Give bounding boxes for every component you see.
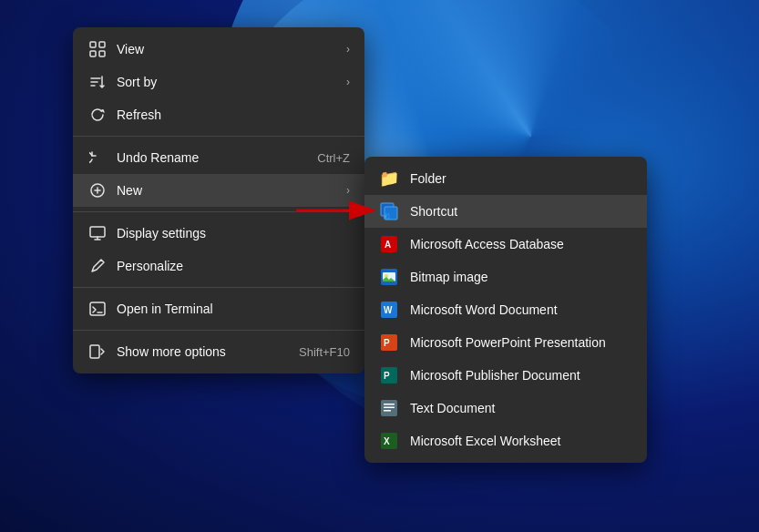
text-label: Text Document [410,401,632,415]
text-icon [379,398,399,418]
word-icon: W [379,300,399,320]
svg-rect-5 [90,227,105,237]
access-icon: A [379,234,399,254]
submenu-item-bitmap[interactable]: Bitmap image [364,261,647,293]
sort-arrow: › [346,76,350,88]
word-label: Microsoft Word Document [410,302,632,317]
new-label: New [117,183,337,198]
display-settings-label: Display settings [117,226,350,240]
menu-item-open-terminal[interactable]: Open in Terminal [73,292,364,325]
sort-by-label: Sort by [117,75,337,89]
publisher-label: Microsoft Publisher Document [410,368,632,383]
view-label: View [117,42,337,56]
svg-rect-24 [384,407,395,409]
show-more-icon [87,342,108,362]
svg-text:X: X [384,436,390,446]
ppt-label: Microsoft PowerPoint Presentation [410,335,632,350]
svg-rect-1 [99,42,105,47]
divider-1 [73,136,364,137]
svg-rect-0 [90,42,96,47]
menu-item-new[interactable]: New › [73,174,364,207]
personalize-label: Personalize [117,259,350,273]
divider-3 [73,287,364,288]
undo-rename-label: Undo Rename [117,150,299,165]
show-more-label: Show more options [117,344,281,359]
svg-rect-6 [90,302,105,315]
ppt-icon: P [379,332,399,353]
excel-icon: X [379,431,399,451]
submenu-item-publisher[interactable]: P Microsoft Publisher Document [364,359,647,392]
svg-text:A: A [385,240,391,250]
svg-rect-23 [384,404,395,405]
svg-text:W: W [384,305,393,315]
excel-label: Microsoft Excel Worksheet [410,434,632,448]
menu-item-sort-by[interactable]: Sort by › [73,66,364,98]
refresh-label: Refresh [117,107,350,122]
publisher-icon: P [379,365,399,385]
svg-rect-3 [99,51,105,56]
menu-item-refresh[interactable]: Refresh [73,98,364,131]
personalize-icon [87,256,108,276]
menu-item-display-settings[interactable]: Display settings [73,217,364,250]
shortcut-label: Shortcut [410,204,632,219]
terminal-icon [87,299,108,319]
new-arrow: › [346,184,350,197]
folder-label: Folder [410,171,632,186]
sort-icon [87,72,108,92]
submenu-item-excel[interactable]: X Microsoft Excel Worksheet [364,425,647,457]
submenu-item-folder[interactable]: 📁 Folder [364,162,647,195]
svg-rect-7 [90,345,99,358]
divider-2 [73,211,364,212]
display-icon [87,223,108,243]
divider-4 [73,330,364,331]
show-more-shortcut: Shift+F10 [299,345,350,359]
shortcut-icon [379,201,399,221]
undo-rename-shortcut: Ctrl+Z [317,151,350,165]
submenu-item-ppt[interactable]: P Microsoft PowerPoint Presentation [364,326,647,359]
refresh-icon [87,105,108,125]
submenu-new: 📁 Folder Shortcut A Microsoft Access Dat… [364,157,647,463]
view-arrow: › [346,43,350,56]
menu-item-undo-rename[interactable]: Undo Rename Ctrl+Z [73,141,364,174]
svg-rect-25 [384,410,391,412]
menu-item-personalize[interactable]: Personalize [73,250,364,282]
new-icon [87,180,108,200]
svg-rect-2 [90,51,96,56]
bitmap-icon [379,267,399,287]
bitmap-label: Bitmap image [410,270,632,284]
access-label: Microsoft Access Database [410,237,632,251]
undo-icon [87,148,108,168]
submenu-item-text[interactable]: Text Document [364,392,647,425]
menu-item-show-more[interactable]: Show more options Shift+F10 [73,335,364,368]
menu-item-view[interactable]: View › [73,33,364,66]
submenu-item-access[interactable]: A Microsoft Access Database [364,228,647,261]
submenu-item-shortcut[interactable]: Shortcut [364,195,647,228]
open-terminal-label: Open in Terminal [117,302,350,316]
svg-text:P: P [384,371,390,381]
view-icon [87,39,108,59]
context-menu: View › Sort by › Refresh [73,27,364,373]
folder-icon: 📁 [379,169,399,189]
submenu-item-word[interactable]: W Microsoft Word Document [364,293,647,326]
svg-text:P: P [384,338,390,348]
